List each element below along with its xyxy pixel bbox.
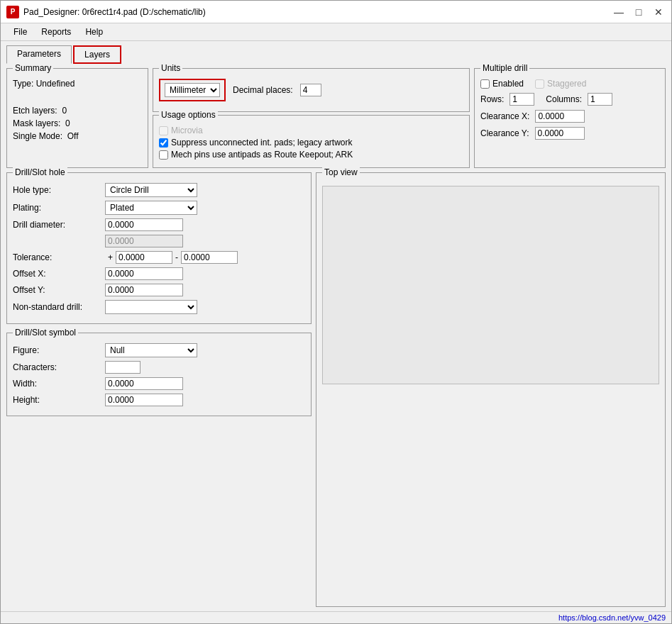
single-value: Off [67, 131, 79, 141]
hole-type-label: Hole type: [13, 185, 105, 195]
staggered-checkbox-label[interactable]: Staggered [535, 79, 586, 89]
non-standard-select[interactable] [105, 300, 197, 314]
usage-options-group: Usage options Microvia Suppress unconnec… [153, 115, 470, 168]
enabled-checkbox-label[interactable]: Enabled [480, 79, 524, 89]
staggered-label: Staggered [547, 79, 586, 89]
units-select[interactable]: Millimeter Inch Mil [165, 83, 220, 97]
microvia-checkbox-label[interactable]: Microvia [159, 126, 203, 135]
drill-diameter-label: Drill diameter: [13, 220, 105, 230]
close-button[interactable]: ✕ [651, 5, 666, 19]
main-content: Summary Type: Undefined Etch layers: 0 M… [1, 64, 671, 611]
figure-label: Figure: [13, 345, 105, 355]
top-view-label: Top view [322, 167, 360, 177]
drill-diameter-input[interactable] [105, 218, 183, 231]
drill-slot-label: Drill/Slot hole [13, 167, 67, 177]
mask-value: 0 [65, 118, 70, 128]
microvia-row: Microvia [159, 126, 463, 135]
title-bar-controls: — □ ✕ [612, 5, 666, 19]
single-row: Single Mode: Off [13, 131, 142, 141]
hole-type-row: Hole type: Circle Drill Square Drill Ova… [13, 183, 305, 197]
offset-x-input[interactable] [105, 267, 183, 280]
menu-reports[interactable]: Reports [34, 25, 78, 39]
rows-input[interactable] [509, 93, 534, 106]
hole-type-select[interactable]: Circle Drill Square Drill Oval Slot Rect… [105, 183, 197, 197]
clearance-y-label: Clearance Y: [480, 128, 529, 138]
units-label: Units [159, 63, 182, 73]
height-input[interactable] [105, 394, 183, 406]
title-bar: P Pad_Designer: 0r6rect1r4.pad (D:/schem… [1, 1, 671, 23]
suppress-row: Suppress unconnected int. pads; legacy a… [159, 138, 463, 147]
top-view-group: Top view [316, 172, 666, 607]
staggered-checkbox[interactable] [535, 79, 544, 89]
drill-symbol-label: Drill/Slot symbol [13, 328, 78, 338]
rows-row: Rows: Columns: [480, 93, 659, 106]
title-bar-left: P Pad_Designer: 0r6rect1r4.pad (D:/schem… [6, 6, 206, 18]
decimal-places-input[interactable] [300, 84, 321, 96]
status-url: https://blog.csdn.net/yvw_0429 [558, 613, 666, 622]
tabs-bar: Parameters Layers [1, 41, 671, 64]
suppress-checkbox[interactable] [159, 138, 168, 147]
height-row: Height: [13, 394, 305, 406]
non-standard-row: Non-standard drill: [13, 300, 305, 314]
maximize-button[interactable]: □ [632, 5, 646, 19]
tolerance-plus-sign: + [108, 252, 113, 262]
summary-group: Summary Type: Undefined Etch layers: 0 M… [6, 68, 148, 168]
mech-checkbox[interactable] [159, 150, 168, 160]
type-label: Type: [13, 79, 33, 89]
etch-row: Etch layers: 0 [13, 106, 142, 116]
menu-file[interactable]: File [6, 25, 34, 39]
enabled-checkbox[interactable] [480, 79, 490, 89]
columns-label: Columns: [546, 94, 582, 104]
drill-diameter2-row [13, 235, 305, 247]
tolerance-minus-input[interactable] [181, 251, 238, 264]
suppress-checkbox-label[interactable]: Suppress unconnected int. pads; legacy a… [159, 138, 352, 147]
microvia-checkbox[interactable] [159, 126, 168, 135]
menu-bar: File Reports Help [1, 23, 671, 41]
etch-value: 0 [62, 106, 67, 116]
units-row: Millimeter Inch Mil Decimal places: [159, 79, 463, 101]
units-selector-highlighted: Millimeter Inch Mil [159, 79, 226, 101]
enabled-label: Enabled [492, 79, 524, 89]
width-label: Width: [13, 379, 105, 389]
single-label: Single Mode: [13, 131, 62, 141]
clearance-x-row: Clearance X: [480, 110, 659, 123]
width-input[interactable] [105, 377, 183, 390]
summary-label: Summary [13, 63, 53, 73]
drill-slot-group: Drill/Slot hole Hole type: Circle Drill … [6, 172, 312, 324]
offset-y-row: Offset Y: [13, 284, 305, 296]
enabled-row: Enabled Staggered [480, 79, 659, 89]
type-value: Undefined [36, 79, 75, 89]
tab-layers[interactable]: Layers [73, 45, 121, 64]
plating-label: Plating: [13, 203, 105, 213]
units-group: Units Millimeter Inch Mil Decimal places… [153, 68, 470, 112]
plating-select[interactable]: Plated Non-Plated [105, 201, 197, 215]
etch-label: Etch layers: [13, 106, 57, 116]
minimize-button[interactable]: — [612, 5, 626, 19]
clearance-y-input[interactable] [535, 127, 585, 140]
top-view-canvas [322, 186, 659, 384]
drill-diameter2-input[interactable] [105, 235, 183, 247]
tab-parameters[interactable]: Parameters [6, 45, 72, 64]
mask-row: Mask layers: 0 [13, 118, 142, 128]
clearance-y-row: Clearance Y: [480, 127, 659, 140]
menu-help[interactable]: Help [78, 25, 110, 39]
figure-select[interactable]: Null Circle Square Diamond [105, 343, 197, 357]
decimal-label: Decimal places: [233, 85, 293, 95]
tolerance-row: Tolerance: + - [13, 251, 305, 264]
columns-input[interactable] [588, 93, 612, 106]
tolerance-dash-sign: - [175, 252, 178, 262]
characters-label: Characters: [13, 362, 105, 372]
drill-symbol-group: Drill/Slot symbol Figure: Null Circle Sq… [6, 333, 312, 416]
suppress-label: Suppress unconnected int. pads; legacy a… [171, 138, 352, 147]
tolerance-plus-input[interactable] [116, 251, 172, 264]
characters-row: Characters: [13, 361, 305, 374]
microvia-label: Microvia [171, 126, 203, 135]
characters-input[interactable] [105, 361, 141, 374]
offset-y-input[interactable] [105, 284, 183, 296]
bottom-row: Drill/Slot hole Hole type: Circle Drill … [6, 172, 666, 607]
offset-x-row: Offset X: [13, 267, 305, 280]
mech-checkbox-label[interactable]: Mech pins use antipads as Route Keepout;… [159, 150, 353, 160]
clearance-x-input[interactable] [535, 110, 585, 123]
mech-row: Mech pins use antipads as Route Keepout;… [159, 150, 463, 160]
offset-x-label: Offset X: [13, 269, 105, 279]
